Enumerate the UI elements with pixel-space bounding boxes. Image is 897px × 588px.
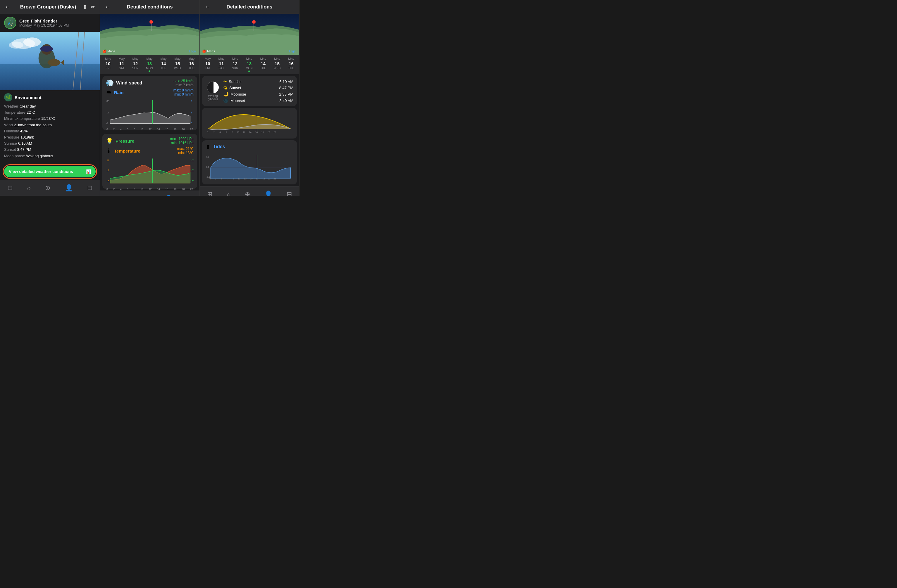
env-items: Weather Clear day Temperature 22°C Min/m… (4, 104, 96, 159)
date3-10[interactable]: May 10 FRI (205, 57, 211, 72)
date-strip-3: May 10 FRI May 11 SAT May 12 SUN May 13 … (200, 55, 299, 74)
pressure-min: min: 1016 hPa (170, 141, 194, 145)
sunrise-value: 6:10 AM (279, 79, 293, 84)
moonrise-icon: 🌙 (223, 92, 229, 97)
date-12[interactable]: May 12 SUN (132, 57, 138, 72)
chart-icon: 📊 (86, 169, 91, 174)
active-dot (148, 70, 150, 72)
moon-shadow (207, 81, 213, 93)
moonset-value: 3:40 AM (279, 98, 293, 103)
day-night-svg: 0 2 4 6 8 10 12 14 16 18 20 23 (206, 110, 293, 135)
date3-16[interactable]: May 16 THU (288, 57, 294, 72)
nav2-panels-icon[interactable]: ⊞ (104, 194, 116, 196)
nav-layers-icon[interactable]: ⊟ (84, 183, 95, 193)
date3-13-active[interactable]: May 13 MON (246, 57, 253, 72)
panel-detailed-conditions-2: ← Detailed conditions 🍎 Maps Legal (200, 0, 300, 196)
panel1-title: Brown Grouper (Dusky) (14, 4, 83, 10)
date3-11[interactable]: May 11 SAT (219, 57, 225, 72)
tides-title: Tides (213, 144, 225, 149)
moonset-label: 🌑 Moonset (223, 98, 276, 103)
nav2-layers-icon[interactable]: ⊟ (184, 194, 195, 196)
svg-text:🍎 Maps: 🍎 Maps (103, 49, 115, 53)
svg-text:4: 4 (220, 131, 221, 134)
back-button[interactable]: ← (5, 3, 14, 10)
svg-text:0: 0 (106, 122, 108, 125)
tides-header: ⬆ Tides (206, 143, 293, 150)
date3-15[interactable]: May 15 WED (274, 57, 280, 72)
pressure-icon: 💡 (106, 137, 113, 144)
svg-text:18: 18 (261, 131, 263, 134)
wind-min: min: 7 km/h (173, 83, 194, 87)
nav2-profile-icon[interactable]: 👤 (162, 194, 176, 196)
sun-moon-grid: ☀ Sunrise 6:10 AM 🌤 Sunset 8:47 PM 🌙 Moo… (223, 79, 293, 103)
svg-text:17: 17 (256, 177, 258, 180)
svg-text:1015: 1015 (190, 180, 194, 183)
temp-x-axis: 0 2 4 6 8 10 12 14 16 18 20 23 (106, 188, 194, 191)
svg-text:23: 23 (274, 131, 276, 134)
avatar: 🎣 (4, 17, 16, 29)
nav3-search-icon[interactable]: ⌕ (224, 189, 233, 196)
tides-section: ⬆ Tides 0,1 0,0 -0,1 0 2 5 7 9 11 13 15 … (202, 140, 297, 185)
temp-min: min: 13°C (177, 151, 194, 155)
env-humidity: Humidity 42% (4, 128, 96, 134)
env-weather: Weather Clear day (4, 104, 96, 109)
pressure-stats: max: 1020 hPa min: 1016 hPa (170, 137, 194, 145)
active-dot-3 (248, 70, 250, 72)
panel2-title: Detailed conditions (113, 4, 186, 10)
date-15[interactable]: May 15 WED (174, 57, 181, 72)
date-14[interactable]: May 14 TUE (160, 57, 167, 72)
date-10[interactable]: May 10 FRI (105, 57, 111, 72)
nav-add-icon[interactable]: ⊕ (42, 183, 53, 193)
back-button-3[interactable]: ← (204, 3, 213, 10)
pressure-title: Pressure (116, 139, 134, 144)
rain-icon: 🌧 (106, 89, 112, 96)
panel3-header: ← Detailed conditions (200, 0, 299, 14)
rain-min: min: 0 mm/h (173, 92, 194, 96)
bottom-nav-1: ⊞ ⌕ ⊕ 👤 ⊟ (0, 180, 100, 196)
svg-text:0: 0 (191, 122, 192, 125)
svg-text:19: 19 (262, 177, 265, 180)
edit-icon[interactable]: ✏ (91, 4, 95, 10)
user-name: Greg FishFriender (19, 18, 69, 23)
nav3-panels-icon[interactable]: ⊞ (204, 189, 215, 196)
rain-max: max: 0 mm/h (173, 88, 194, 92)
map-2: 🍎 Maps Legal (100, 14, 199, 55)
wind-rain-chart: 30 15 0 2 1 0 0 2 4 6 8 10 (106, 98, 194, 127)
nav2-search-icon[interactable]: ⌕ (124, 194, 134, 196)
svg-text:2: 2 (213, 131, 215, 134)
svg-text:13: 13 (106, 180, 109, 183)
moon-phase-visual: Waxinggibbous (206, 79, 220, 103)
env-moon: Moon phase Waking gibbous (4, 153, 96, 159)
svg-text:11: 11 (238, 177, 240, 180)
svg-text:9: 9 (233, 177, 234, 180)
moonset-icon: 🌑 (223, 98, 229, 103)
nav3-layers-icon[interactable]: ⊟ (284, 189, 295, 196)
nav-profile-icon[interactable]: 👤 (62, 183, 76, 193)
svg-text:1021: 1021 (190, 159, 194, 162)
back-button-2[interactable]: ← (105, 3, 113, 10)
date3-14[interactable]: May 14 TUE (260, 57, 266, 72)
fish-photo (0, 32, 100, 90)
nav-panels-icon[interactable]: ⊞ (5, 183, 15, 193)
svg-text:2: 2 (215, 177, 216, 180)
nav3-add-icon[interactable]: ⊕ (242, 189, 253, 196)
date-13-active[interactable]: May 13 MON (146, 57, 153, 72)
photo-overlay (0, 32, 100, 90)
date-16[interactable]: May 16 THU (188, 57, 194, 72)
date3-12[interactable]: May 12 SUN (232, 57, 238, 72)
date-11[interactable]: May 11 SAT (119, 57, 125, 72)
wind-max: max: 25 km/h (173, 79, 194, 83)
map-svg-2: 🍎 Maps Legal (100, 14, 200, 55)
nav3-profile-icon[interactable]: 👤 (262, 189, 275, 196)
nav2-add-icon[interactable]: ⊕ (142, 194, 153, 196)
bottom-nav-2: ⊞ ⌕ ⊕ 👤 ⊟ (100, 191, 199, 196)
sunset-icon: 🌤 (223, 86, 228, 90)
svg-text:Legal: Legal (289, 50, 296, 53)
user-info: Greg FishFriender Monday, May 13, 2019 4… (19, 18, 69, 27)
share-icon[interactable]: ⬆ (83, 4, 87, 10)
nav-search-icon[interactable]: ⌕ (24, 183, 34, 193)
svg-text:21: 21 (268, 177, 270, 180)
svg-text:2: 2 (191, 100, 192, 102)
tides-svg: 0,1 0,0 -0,1 0 2 5 7 9 11 13 15 17 19 21… (206, 153, 293, 180)
view-weather-button[interactable]: View detailed weather conditions 📊 (4, 166, 96, 177)
